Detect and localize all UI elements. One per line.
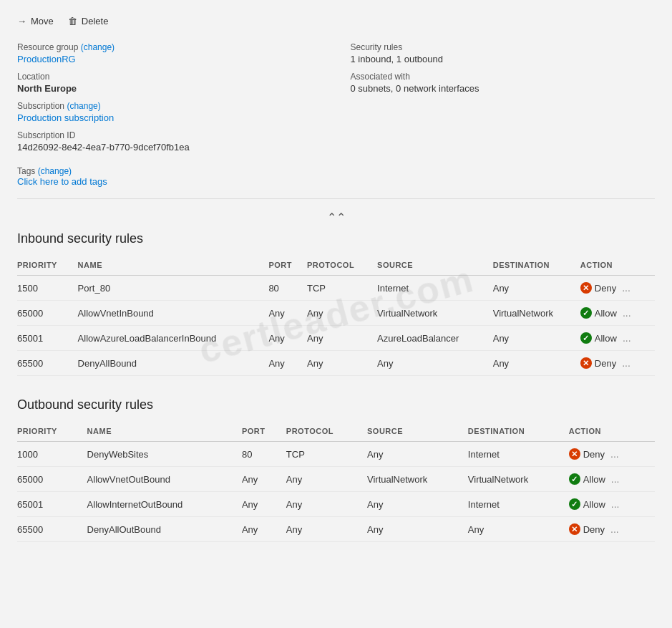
- table-row[interactable]: 65001 AllowAzureLoadBalancerInBound Any …: [17, 326, 655, 351]
- resource-group-value[interactable]: ProductionRG: [17, 54, 322, 64]
- cell-name: Port_80: [78, 276, 269, 301]
- deny-icon: ✕: [569, 448, 580, 460]
- row-menu[interactable]: ...: [622, 357, 630, 369]
- delete-label: Delete: [82, 16, 109, 26]
- action-label: Allow: [583, 474, 605, 485]
- cell-name: DenyAllBound: [78, 351, 269, 376]
- subscription-item: Subscription (change) Production subscri…: [17, 101, 322, 123]
- cell-destination: Any: [493, 351, 580, 376]
- delete-button[interactable]: 🗑 Delete: [68, 14, 109, 28]
- tags-change-link[interactable]: (change): [38, 166, 72, 176]
- table-row[interactable]: 65500 DenyAllOutBound Any Any Any Any ✕D…: [17, 517, 655, 542]
- resource-group-change-link[interactable]: (change): [81, 42, 115, 52]
- cell-port: 80: [268, 276, 307, 301]
- inbound-col-action: ACTION: [580, 256, 655, 276]
- row-menu[interactable]: ...: [611, 498, 620, 510]
- action-label: Allow: [583, 499, 605, 510]
- resource-group-item: Resource group (change) ProductionRG: [17, 42, 322, 64]
- cell-port: Any: [268, 326, 307, 351]
- cell-action: ✕Deny...: [580, 276, 655, 301]
- cell-action: ✓Allow...: [580, 326, 655, 351]
- cell-priority: 1500: [17, 276, 78, 301]
- row-menu[interactable]: ...: [622, 282, 630, 294]
- cell-priority: 65000: [17, 467, 87, 492]
- cell-name: AllowVnetInBound: [78, 301, 269, 326]
- tags-add-link[interactable]: Click here to add tags: [17, 176, 107, 187]
- cell-port: Any: [268, 351, 307, 376]
- table-row[interactable]: 65000 AllowVnetOutBound Any Any VirtualN…: [17, 467, 655, 492]
- cell-destination: VirtualNetwork: [493, 301, 580, 326]
- deny-icon: ✕: [580, 357, 592, 369]
- outbound-table-body: 1000 DenyWebSites 80 TCP Any Internet ✕D…: [17, 442, 655, 542]
- table-row[interactable]: 1000 DenyWebSites 80 TCP Any Internet ✕D…: [17, 442, 655, 467]
- cell-source: Any: [377, 351, 493, 376]
- outbound-col-priority: PRIORITY: [17, 422, 87, 442]
- tags-label: Tags (change): [17, 166, 72, 176]
- toolbar: → Move 🗑 Delete: [17, 14, 655, 28]
- row-menu[interactable]: ...: [610, 523, 619, 535]
- row-menu[interactable]: ...: [610, 448, 619, 460]
- cell-protocol: Any: [307, 326, 377, 351]
- table-row[interactable]: 65001 AllowInternetOutBound Any Any Any …: [17, 492, 655, 517]
- subscription-change-link[interactable]: (change): [67, 101, 100, 111]
- outbound-section: Outbound security rules PRIORITY NAME PO…: [17, 397, 655, 542]
- table-row[interactable]: 1500 Port_80 80 TCP Internet Any ✕Deny..…: [17, 276, 655, 301]
- cell-priority: 65001: [17, 326, 78, 351]
- cell-destination: VirtualNetwork: [468, 467, 569, 492]
- cell-priority: 1000: [17, 442, 87, 467]
- cell-action: ✕Deny...: [569, 442, 655, 467]
- collapse-icon[interactable]: ⌃⌃: [17, 211, 655, 224]
- cell-destination: Internet: [468, 492, 569, 517]
- subscription-label: Subscription (change): [17, 101, 322, 111]
- cell-protocol: Any: [286, 467, 367, 492]
- cell-port: Any: [242, 492, 286, 517]
- inbound-header-row: PRIORITY NAME PORT PROTOCOL SOURCE DESTI…: [17, 256, 655, 276]
- table-row[interactable]: 65000 AllowVnetInBound Any Any VirtualNe…: [17, 301, 655, 326]
- cell-priority: 65000: [17, 301, 78, 326]
- deny-icon: ✕: [580, 282, 592, 294]
- cell-name: AllowVnetOutBound: [87, 467, 242, 492]
- cell-priority: 65500: [17, 351, 78, 376]
- cell-port: Any: [242, 517, 286, 542]
- inbound-col-priority: PRIORITY: [17, 256, 78, 276]
- cell-source: Any: [367, 442, 468, 467]
- row-menu[interactable]: ...: [611, 473, 620, 485]
- cell-source: Internet: [377, 276, 493, 301]
- table-row[interactable]: 65500 DenyAllBound Any Any Any Any ✕Deny…: [17, 351, 655, 376]
- inbound-col-destination: DESTINATION: [493, 256, 580, 276]
- outbound-col-destination: DESTINATION: [468, 422, 569, 442]
- associated-value: 0 subnets, 0 network interfaces: [351, 83, 656, 94]
- inbound-col-name: NAME: [78, 256, 269, 276]
- action-label: Deny: [583, 524, 605, 535]
- inbound-section-title: Inbound security rules: [17, 231, 655, 246]
- subscription-id-item: [351, 101, 656, 123]
- cell-protocol: Any: [307, 351, 377, 376]
- inbound-col-source: SOURCE: [377, 256, 493, 276]
- allow-icon: ✓: [580, 307, 592, 319]
- cell-action: ✕Deny...: [569, 517, 655, 542]
- inbound-section: Inbound security rules PRIORITY NAME POR…: [17, 231, 655, 376]
- cell-destination: Any: [493, 326, 580, 351]
- cell-action: ✕Deny...: [580, 351, 655, 376]
- security-rules-label: Security rules: [351, 42, 656, 52]
- info-grid: Resource group (change) ProductionRG Sec…: [17, 42, 655, 153]
- move-label: Move: [31, 16, 54, 26]
- inbound-table: PRIORITY NAME PORT PROTOCOL SOURCE DESTI…: [17, 256, 655, 376]
- cell-port: Any: [242, 467, 286, 492]
- outbound-table: PRIORITY NAME PORT PROTOCOL SOURCE DESTI…: [17, 422, 655, 542]
- action-label: Deny: [595, 358, 616, 369]
- cell-name: AllowInternetOutBound: [87, 492, 242, 517]
- inbound-col-port: PORT: [268, 256, 307, 276]
- row-menu[interactable]: ...: [623, 332, 631, 344]
- outbound-col-port: PORT: [242, 422, 286, 442]
- row-menu[interactable]: ...: [623, 307, 631, 319]
- cell-name: DenyWebSites: [87, 442, 242, 467]
- cell-destination: Internet: [468, 442, 569, 467]
- outbound-col-name: NAME: [87, 422, 242, 442]
- cell-protocol: TCP: [286, 442, 367, 467]
- subscription-value[interactable]: Production subscription: [17, 112, 322, 123]
- divider-1: [17, 198, 655, 199]
- inbound-table-header: PRIORITY NAME PORT PROTOCOL SOURCE DESTI…: [17, 256, 655, 276]
- move-button[interactable]: → Move: [17, 14, 54, 28]
- cell-port: Any: [268, 301, 307, 326]
